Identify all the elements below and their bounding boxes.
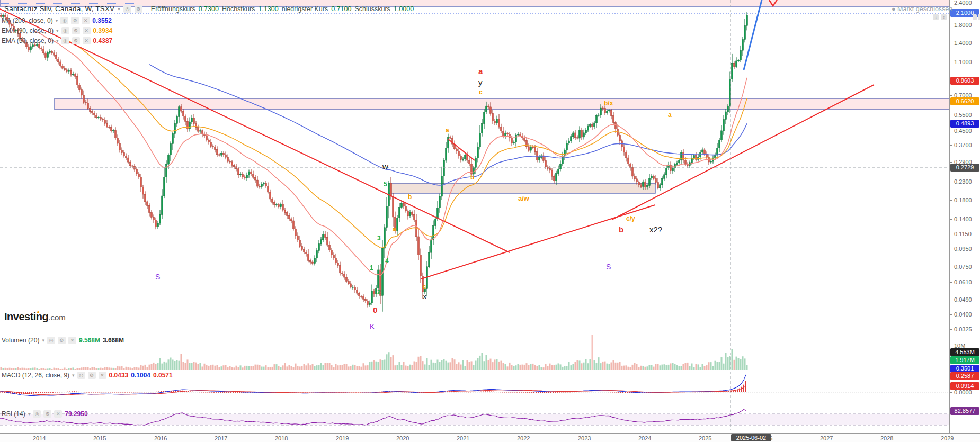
close-icon[interactable]: ✕ [83,37,91,44]
gear-icon[interactable]: ⚙ [88,372,96,379]
close-icon[interactable]: ✕ [99,372,106,379]
price-badge: 0.2587 [950,372,979,380]
year-label: 2018 [275,435,288,441]
price-badge: 0.2729 [950,164,979,172]
wave-label[interactable]: a [446,127,449,133]
pane-separator[interactable] [0,371,949,371]
gear-icon[interactable]: ⚙ [135,5,142,13]
close-icon[interactable]: ✕ [83,27,91,34]
chevron-down-icon[interactable]: ▾ [56,18,58,23]
year-label: 2024 [638,435,651,441]
rsi-value: 79.2950 [65,410,87,418]
wave-label[interactable]: a [393,226,396,232]
indicator-value: 0.3934 [93,27,113,34]
wave-label[interactable]: 5 [384,181,387,187]
ma-line-90[interactable] [65,39,747,248]
visibility-icon[interactable]: ◎ [61,37,69,44]
close-icon[interactable]: ✕ [68,337,76,344]
wave-label[interactable]: S [155,273,160,281]
visibility-icon[interactable]: ◎ [61,27,69,34]
axis-icon[interactable] [978,14,980,20]
macd-signal-line [0,386,746,395]
pane-separator[interactable] [0,407,949,407]
wave-label[interactable]: c/y [626,215,635,222]
candlesticks[interactable] [1,12,748,312]
chevron-down-icon[interactable]: ▾ [42,338,44,343]
gear-icon[interactable]: ⚙ [71,17,79,24]
year-label: 2017 [215,435,227,441]
price-axis[interactable]: 2.40001.80001.40001.10000.70000.55000.45… [949,0,980,433]
indicator-row-ema90: EMA (90, close, 0) ▾ ◎ ⚙ ✕ 0.3934 [2,27,112,34]
axis-icon[interactable] [973,14,977,20]
chart-window: Santacruz Silv, Canada, W, TSXV ▾ ◎ ⚙ Er… [0,0,980,442]
visibility-icon[interactable]: ◎ [47,337,55,344]
price-badge: 4.553M [950,348,979,356]
wave-label[interactable]: 4 [385,258,389,264]
wave-label[interactable]: a [478,67,483,75]
wave-label[interactable]: 0 [373,306,377,314]
indicator-value: 0.4387 [93,37,113,44]
price-tick-label: 0.5500 [954,112,972,118]
chevron-down-icon[interactable]: ▾ [56,38,59,43]
low-label: niedrigster Kurs [282,5,328,13]
rsi-legend: RSI (14) ▾ ◎ ⚙ ✕ 79.2950 [2,410,88,418]
chevron-down-icon[interactable]: ▾ [72,373,75,378]
year-label: 2023 [578,435,591,441]
visibility-icon[interactable]: ◎ [77,372,85,379]
trendline[interactable] [0,9,510,252]
wave-label[interactable]: 2 [377,289,381,295]
wave-label[interactable]: a/w [518,195,529,202]
wave-label[interactable]: 1 [370,265,373,271]
axis-tick-mark [950,234,952,234]
wave-label[interactable]: K [370,323,375,330]
visibility-icon[interactable]: ◎ [60,17,68,24]
gear-icon[interactable]: ⚙ [72,27,80,34]
wave-label[interactable]: b/x [604,100,613,106]
axis-tick-mark [950,314,952,315]
symbol-title[interactable]: Santacruz Silv, Canada, W, TSXV [4,5,114,13]
trendline[interactable] [744,0,762,70]
compare-icon[interactable]: ◎ [123,5,131,13]
close-icon[interactable]: ✕ [54,410,62,418]
wave-label[interactable]: b [619,225,623,233]
open-label: Eröffnungskurs [151,5,195,13]
wave-label[interactable]: y [478,78,483,86]
supply-zone[interactable] [388,183,655,193]
gear-icon[interactable]: ⚙ [43,410,51,418]
gear-icon[interactable]: ⚙ [72,37,80,44]
ma-line-200[interactable] [149,65,747,185]
wave-label[interactable]: b [408,194,412,200]
chevron-down-icon[interactable]: ▾ [56,28,59,33]
price-tick-label: 1.8000 [954,22,972,28]
status-text: Markt geschlossen [897,5,952,13]
chart-header: Santacruz Silv, Canada, W, TSXV ▾ ◎ ⚙ Er… [4,5,414,13]
wave-label[interactable]: a [668,112,672,118]
close-icon[interactable]: ✕ [82,17,90,24]
wave-label[interactable]: 3 [377,235,381,241]
scroll-down-icon[interactable]: ↓ [933,14,939,20]
axis-tick-mark [950,3,952,3]
wave-label[interactable]: x [423,292,427,300]
wave-label[interactable]: b [470,174,474,181]
price-badge: 0.4893 [950,120,979,128]
axis-tick-mark [950,200,952,201]
wave-label[interactable]: c [423,284,426,290]
scroll-to-latest-icon[interactable]: ↕ [941,14,947,20]
year-label: 2028 [880,435,893,441]
wave-label[interactable]: w [382,163,388,170]
wave-label[interactable]: x2? [649,225,662,233]
pane-separator[interactable] [0,333,949,333]
gear-icon[interactable]: ⚙ [58,337,66,344]
time-axis[interactable]: 2014201520162017201820192020202120222023… [0,433,980,442]
chevron-down-icon[interactable]: ▾ [118,6,120,12]
axis-tick-mark [950,219,952,220]
year-label: 2014 [33,435,46,441]
price-tick-label: 0.4500 [954,128,972,134]
chevron-down-icon[interactable]: ▾ [28,411,31,417]
indicator-value: 0.3552 [92,17,112,24]
supply-zone[interactable] [55,98,949,110]
macd-legend: MACD (12, 26, close, 9) ▾ ◎ ⚙ ✕ 0.0433 0… [2,372,173,379]
wave-label[interactable]: S [606,263,611,270]
wave-label[interactable]: c [479,89,483,95]
visibility-icon[interactable]: ◎ [33,410,41,418]
